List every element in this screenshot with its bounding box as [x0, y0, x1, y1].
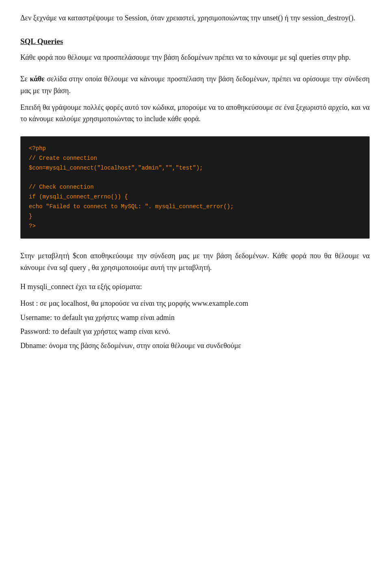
code-line-5: // Check connection — [29, 183, 361, 192]
dbname-line: Dbname: όνομα της βάσης δεδομένων, στην … — [20, 340, 370, 352]
store-code-paragraph: Επειδή θα γράψουμε πολλές φορές αυτό τον… — [20, 102, 370, 125]
intro-paragraph: Δεν ξεχνάμε να καταστρέψουμε το Session,… — [20, 12, 370, 24]
every-page-text-1: Σε — [20, 75, 30, 83]
code-line-9: ?> — [29, 222, 361, 231]
every-page-bold: κάθε — [30, 75, 45, 83]
password-line: Password: το default για χρήστες wamp εί… — [20, 326, 370, 338]
post-code-paragraph: Στην μεταβλητή $con αποθηκεύουμε την σύν… — [20, 250, 370, 274]
code-block: <?php // Create connection $con=mysqli_c… — [20, 136, 370, 239]
page-content: Δεν ξεχνάμε να καταστρέψουμε το Session,… — [20, 12, 370, 352]
code-line-1: <?php — [29, 144, 361, 154]
every-page-text-2: σελίδα στην οποία θέλουμε να κάνουμε προ… — [20, 75, 370, 95]
host-line: Host : σε μας localhost, θα μπορούσε να … — [20, 298, 370, 309]
code-line-7: echo "Failed to connect to MySQL: ". mys… — [29, 202, 361, 212]
sql-section-title: SQL Queries — [20, 35, 370, 48]
mysqli-connect-header: Η mysqli_connect έχει τα εξής ορίσματα: — [20, 281, 370, 293]
username-line: Username: το default για χρήστες wamp εί… — [20, 312, 370, 324]
code-line-3: $con=mysqli_connect("localhost","admin",… — [29, 163, 361, 173]
code-line-6: if (mysqli_connect_errno()) { — [29, 192, 361, 202]
code-line-2: // Create connection — [29, 154, 361, 163]
code-line-8: } — [29, 212, 361, 222]
code-line-4 — [29, 173, 361, 183]
every-page-paragraph: Σε κάθε σελίδα στην οποία θέλουμε να κάν… — [20, 73, 370, 97]
sql-intro-paragraph: Κάθε φορά που θέλουμε να προσπελάσουμε τ… — [20, 52, 370, 63]
